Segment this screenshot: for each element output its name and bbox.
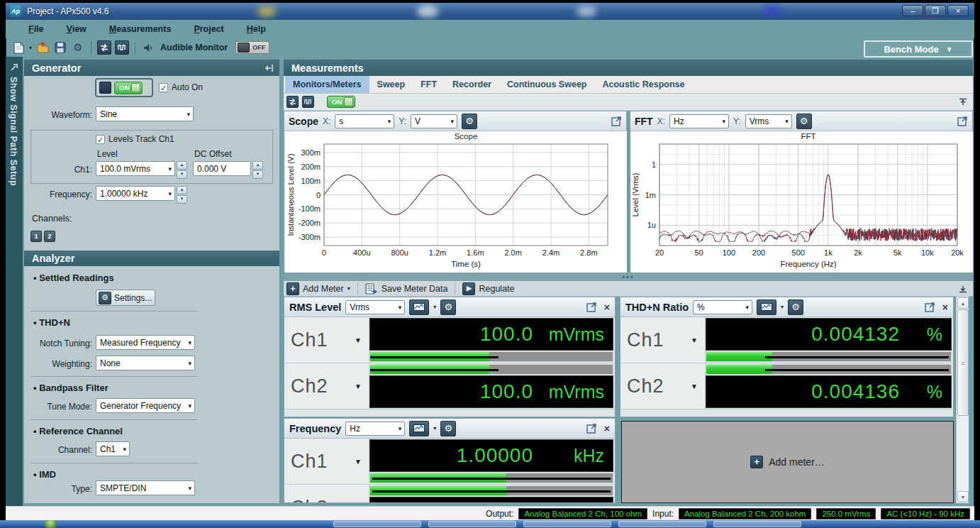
scope-y-unit-dropdown[interactable]: V ▾: [411, 114, 457, 128]
spin-down-icon[interactable]: ▼: [252, 170, 263, 179]
spin-down-icon[interactable]: ▼: [177, 195, 187, 204]
generator-on-toggle[interactable]: ON: [114, 82, 143, 94]
pin-icon[interactable]: [10, 62, 19, 72]
frequency-dropdown[interactable]: 1.00000 kHz ▾: [96, 186, 175, 201]
channel-dropdown[interactable]: Ch1 ▾: [96, 441, 130, 456]
add-meter-button[interactable]: + Add Meter ▾: [286, 282, 350, 295]
close-icon[interactable]: ×: [942, 302, 948, 313]
bench-mode-dropdown[interactable]: Bench Mode ▼: [864, 40, 973, 57]
taskbar-app-button[interactable]: [523, 521, 611, 527]
chevron-down-icon[interactable]: ▾: [433, 425, 436, 431]
spin-up-icon[interactable]: ▲: [177, 161, 187, 170]
taskbar-app-button[interactable]: [713, 521, 801, 527]
chevron-down-icon[interactable]: ▾: [781, 304, 784, 310]
input-bandwidth-badge[interactable]: AC (<10 Hz) - 90 kHz: [881, 508, 970, 519]
generator-monitor-button[interactable]: [302, 96, 314, 108]
tune-mode-dropdown[interactable]: Generator Frequency ▾: [96, 398, 195, 413]
imd-type-dropdown[interactable]: SMPTE/DIN ▾: [96, 480, 195, 495]
channel-2-button[interactable]: 2: [44, 231, 55, 242]
menu-help[interactable]: Help: [238, 22, 274, 36]
channel-1-button[interactable]: 1: [30, 231, 42, 242]
generator-stop-icon[interactable]: [99, 82, 111, 94]
frequency-spinner[interactable]: ▲▼: [177, 186, 187, 204]
regulate-button[interactable]: ▶ Regulate: [462, 282, 514, 295]
thdn-ch1-label-cell[interactable]: Ch1 ▼: [621, 317, 706, 363]
save-meter-data-button[interactable]: Save Meter Data: [365, 283, 448, 295]
frequency-ch1-label-cell[interactable]: Ch1 ▼: [285, 439, 369, 484]
input-range-badge[interactable]: 250.0 mVrms: [816, 508, 876, 519]
add-meter-dropzone[interactable]: + Add meter…: [621, 421, 954, 503]
notch-tuning-dropdown[interactable]: Measured Frequency ▾: [96, 335, 195, 350]
dc-offset-spinner[interactable]: ▲▼: [252, 161, 263, 179]
scroll-up-icon[interactable]: ▲: [957, 297, 969, 309]
thdn-graph-button[interactable]: [757, 299, 776, 315]
checkbox-checked-icon[interactable]: ✓: [159, 83, 168, 92]
taskbar-app-button[interactable]: [428, 521, 516, 527]
tab-sweep[interactable]: Sweep: [369, 76, 413, 93]
new-project-dropdown-arrow-icon[interactable]: ▾: [29, 45, 32, 51]
auto-on-field[interactable]: ✓ Auto On: [159, 82, 203, 92]
anchor-down-icon[interactable]: [959, 285, 967, 293]
tab-fft[interactable]: FFT: [413, 76, 445, 93]
windows-taskbar[interactable]: [0, 520, 980, 528]
taskbar-app-button[interactable]: [333, 521, 421, 527]
audible-monitor-toggle-area[interactable]: [141, 40, 155, 55]
audible-monitor-off-toggle[interactable]: OFF: [235, 41, 269, 54]
spin-up-icon[interactable]: ▲: [252, 161, 263, 170]
tab-recorder[interactable]: Recorder: [445, 76, 499, 93]
monitors-on-toggle[interactable]: ON: [327, 96, 355, 108]
collapse-up-icon[interactable]: [959, 98, 967, 106]
title-bar[interactable]: Ap Project - APx500 v4.6 – ❐ ×: [6, 3, 974, 20]
export-icon[interactable]: [957, 116, 968, 126]
close-button[interactable]: ×: [947, 5, 969, 16]
rms-ch1-label-cell[interactable]: Ch1 ▼: [285, 317, 369, 363]
generator-on-control[interactable]: ON: [95, 78, 153, 97]
thdn-settings-button[interactable]: ⚙: [788, 299, 803, 315]
maximize-button[interactable]: ❐: [925, 5, 946, 16]
tab-monitors-meters[interactable]: Monitors/Meters: [285, 76, 369, 93]
ch1-level-spinner[interactable]: ▲▼: [177, 161, 187, 179]
scope-settings-button[interactable]: ⚙: [462, 114, 477, 129]
menu-view[interactable]: View: [58, 22, 95, 36]
export-icon[interactable]: [611, 116, 622, 126]
close-icon[interactable]: ×: [604, 302, 610, 313]
taskbar-app-button[interactable]: [618, 521, 706, 527]
dc-offset-input[interactable]: 0.000 V: [193, 161, 251, 176]
checkbox-checked-icon[interactable]: ✓: [96, 135, 105, 144]
chevron-down-icon[interactable]: ▾: [433, 304, 436, 310]
fft-y-unit-dropdown[interactable]: Vrms ▾: [745, 114, 792, 128]
menu-file[interactable]: File: [20, 22, 52, 36]
settings-button[interactable]: ⚙ Settings...: [96, 290, 155, 306]
start-orb-icon[interactable]: [44, 520, 57, 528]
close-icon[interactable]: ×: [604, 423, 610, 434]
frequency-ch2-label-cell[interactable]: Ch2 ▼: [285, 485, 369, 503]
spin-down-icon[interactable]: ▼: [177, 170, 187, 179]
export-icon[interactable]: [586, 302, 597, 312]
new-project-button[interactable]: [11, 40, 26, 55]
thdn-ch2-label-cell[interactable]: Ch2 ▼: [621, 363, 706, 409]
tab-continuous-sweep[interactable]: Continuous Sweep: [499, 76, 595, 93]
collapse-left-icon[interactable]: [265, 64, 274, 72]
rms-ch2-label-cell[interactable]: Ch2 ▼: [285, 363, 369, 409]
fft-x-unit-dropdown[interactable]: Hz ▾: [669, 114, 729, 128]
signal-path-button[interactable]: [97, 40, 111, 55]
minimize-button[interactable]: –: [902, 5, 923, 16]
export-icon[interactable]: [586, 423, 597, 434]
export-icon[interactable]: [925, 302, 935, 312]
save-project-button[interactable]: [53, 40, 67, 55]
tab-acoustic-response[interactable]: Acoustic Response: [594, 76, 692, 93]
open-project-button[interactable]: [35, 40, 50, 55]
signal-path-setup-strip[interactable]: Show Signal Path Setup: [6, 57, 23, 506]
weighting-dropdown[interactable]: None ▾: [96, 356, 195, 370]
fft-settings-button[interactable]: ⚙: [796, 114, 812, 129]
scope-x-unit-dropdown[interactable]: s ▾: [335, 114, 394, 128]
menu-project[interactable]: Project: [185, 22, 232, 36]
frequency-settings-button[interactable]: ⚙: [440, 421, 456, 436]
scrollbar-thumb[interactable]: ≡: [957, 309, 969, 416]
scroll-down-icon[interactable]: ▼: [957, 491, 969, 502]
frequency-unit-dropdown[interactable]: Hz ▾: [345, 422, 405, 436]
rms-unit-dropdown[interactable]: Vrms ▾: [345, 300, 405, 314]
ch1-level-dropdown[interactable]: 100.0 mVrms ▾: [96, 161, 175, 176]
rms-settings-button[interactable]: ⚙: [440, 299, 456, 315]
menu-measurements[interactable]: Measurements: [101, 22, 180, 36]
